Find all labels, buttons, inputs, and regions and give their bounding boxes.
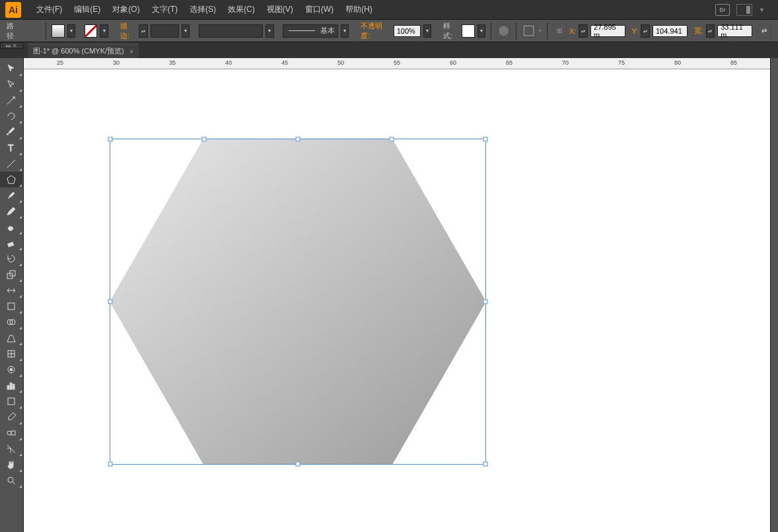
menu-edit[interactable]: 编辑(E) [68, 1, 106, 18]
hand-tool[interactable] [0, 457, 22, 473]
bridge-icon[interactable]: Br [715, 4, 730, 16]
align-icon[interactable] [522, 24, 536, 38]
ruler-tick: 35 [169, 59, 176, 66]
rotate-tool[interactable] [0, 251, 22, 267]
handle-s[interactable] [296, 462, 301, 467]
width-tool[interactable] [0, 283, 22, 298]
ruler-tick: 50 [337, 59, 344, 66]
magic-wand-tool[interactable] [0, 92, 22, 108]
handle-w[interactable] [108, 300, 113, 304]
mesh-tool[interactable] [0, 346, 22, 362]
y-field[interactable]: 104.941 [653, 25, 688, 37]
constrain-icon[interactable]: ⇄ [758, 24, 771, 38]
document-tab[interactable]: 图-1* @ 600% (CMYK/预览) × [28, 44, 139, 58]
eyedropper-tool[interactable] [0, 409, 22, 425]
ruler-tick: 65 [506, 59, 513, 66]
handle-nw[interactable] [108, 137, 113, 142]
stroke-profile-dropdown[interactable]: ▾ [265, 24, 274, 38]
pen-tool[interactable] [0, 124, 22, 140]
stroke-profile-field[interactable] [199, 24, 263, 38]
selection-bounding-box[interactable] [110, 139, 486, 465]
w-field[interactable]: 33.111 m [717, 25, 752, 37]
svg-line-4 [7, 160, 15, 168]
stroke-weight-dropdown[interactable]: ▾ [182, 24, 190, 38]
opacity-dropdown[interactable]: ▾ [423, 24, 432, 38]
ruler-tick: 25 [57, 59, 63, 66]
ruler-tick: 80 [674, 59, 681, 66]
ruler-tick: 85 [730, 59, 737, 66]
svg-rect-17 [7, 385, 9, 389]
stroke-weight-stepper[interactable]: ▴▾ [139, 24, 148, 38]
anchor-2[interactable] [390, 137, 394, 142]
fill-dropdown[interactable]: ▾ [67, 24, 76, 38]
svg-rect-1 [524, 26, 534, 35]
x-field[interactable]: 27.895 m [590, 25, 625, 37]
brush-field[interactable]: 基本 [283, 24, 337, 38]
slice-tool[interactable] [0, 441, 22, 457]
transform-reference-icon[interactable]: ⊞ [553, 24, 567, 38]
menu-effect[interactable]: 效果(C) [222, 1, 261, 18]
handle-se[interactable] [483, 462, 488, 467]
polygon-tool[interactable] [0, 172, 22, 187]
style-dropdown[interactable]: ▾ [477, 24, 486, 38]
style-swatch[interactable] [462, 24, 474, 38]
blob-brush-tool[interactable] [0, 219, 22, 235]
type-tool[interactable]: T [0, 140, 22, 156]
svg-point-23 [8, 477, 13, 482]
stroke-swatch[interactable] [85, 24, 97, 38]
handle-n[interactable] [296, 137, 301, 142]
ruler-tick: 70 [562, 59, 569, 66]
svg-point-0 [499, 26, 509, 35]
opacity-field[interactable]: 100% [394, 25, 421, 37]
ruler-tick: 60 [450, 59, 456, 66]
canvas[interactable] [24, 69, 770, 532]
menu-select[interactable]: 选择(S) [184, 1, 222, 18]
y-stepper[interactable]: ▴▾ [641, 24, 650, 38]
w-stepper[interactable]: ▴▾ [706, 24, 715, 38]
line-tool[interactable] [0, 156, 22, 172]
fill-swatch[interactable] [52, 24, 64, 38]
handle-e[interactable] [483, 300, 488, 304]
perspective-tool[interactable] [0, 330, 22, 346]
direct-selection-tool[interactable] [0, 77, 22, 92]
handle-ne[interactable] [483, 137, 488, 142]
workspace-switcher-icon[interactable] [736, 4, 752, 16]
svg-marker-5 [7, 176, 15, 183]
zoom-tool[interactable] [0, 473, 22, 488]
menu-help[interactable]: 帮助(H) [339, 1, 378, 18]
column-graph-tool[interactable] [0, 378, 22, 393]
free-transform-tool[interactable] [0, 298, 22, 314]
artboard-tool[interactable] [0, 393, 22, 409]
menu-window[interactable]: 窗口(W) [299, 1, 339, 18]
ruler-horizontal: 25303540455055606570758085 [24, 58, 770, 69]
stroke-label: 描边: [120, 21, 136, 41]
menu-object[interactable]: 对象(O) [106, 1, 145, 18]
recolor-icon[interactable] [497, 24, 511, 38]
selection-tool[interactable] [0, 61, 22, 77]
pencil-tool[interactable] [0, 203, 22, 219]
stroke-dropdown[interactable]: ▾ [100, 24, 108, 38]
symbol-tool[interactable] [0, 362, 22, 378]
right-panel-collapsed[interactable] [770, 58, 778, 532]
menu-type[interactable]: 文字(T) [146, 1, 184, 18]
eraser-tool[interactable] [0, 235, 22, 251]
scale-tool[interactable] [0, 267, 22, 283]
tab-close-icon[interactable]: × [129, 48, 133, 55]
brush-tool[interactable] [0, 187, 22, 203]
svg-point-16 [10, 368, 13, 371]
chevron-down-icon[interactable]: ▼ [759, 7, 765, 13]
ruler-tick: 55 [394, 59, 400, 66]
menu-file[interactable]: 文件(F) [30, 1, 68, 18]
lasso-tool[interactable] [0, 108, 22, 124]
stroke-weight-field[interactable] [151, 24, 179, 38]
anchor-1[interactable] [202, 137, 207, 142]
blend-tool[interactable] [0, 425, 22, 441]
menu-view[interactable]: 视图(V) [261, 1, 299, 18]
shape-builder-tool[interactable] [0, 314, 22, 330]
x-stepper[interactable]: ▴▾ [579, 24, 588, 38]
collapse-toolbar-button[interactable]: ▸▸ ✕ [0, 42, 23, 49]
menubar: Ai 文件(F) 编辑(E) 对象(O) 文字(T) 选择(S) 效果(C) 视… [0, 0, 778, 20]
handle-sw[interactable] [108, 462, 113, 467]
brush-dropdown[interactable]: ▾ [341, 24, 349, 38]
style-label: 样式: [443, 21, 459, 41]
